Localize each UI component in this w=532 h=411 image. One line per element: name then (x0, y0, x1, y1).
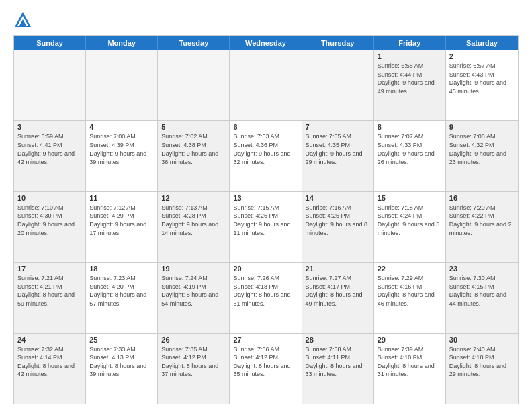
logo-icon (13, 11, 32, 30)
day-info: Sunrise: 6:57 AM Sunset: 4:43 PM Dayligh… (449, 62, 515, 95)
day-number: 10 (17, 194, 82, 202)
weekday-header-sunday: Sunday (14, 36, 86, 50)
day-info: Sunrise: 7:10 AM Sunset: 4:30 PM Dayligh… (17, 203, 82, 237)
day-info: Sunrise: 7:40 AM Sunset: 4:10 PM Dayligh… (449, 345, 515, 379)
calendar-body: 1Sunrise: 6:55 AM Sunset: 4:44 PM Daylig… (14, 50, 518, 404)
day-info: Sunrise: 7:23 AM Sunset: 4:20 PM Dayligh… (89, 274, 154, 308)
calendar-cell-13: 13Sunrise: 7:15 AM Sunset: 4:26 PM Dayli… (230, 192, 302, 262)
day-number: 2 (449, 52, 515, 60)
day-number: 11 (89, 194, 154, 202)
calendar-cell-18: 18Sunrise: 7:23 AM Sunset: 4:20 PM Dayli… (86, 263, 158, 332)
day-number: 6 (233, 123, 298, 131)
weekday-header-tuesday: Tuesday (158, 36, 230, 50)
day-number: 16 (449, 194, 515, 202)
calendar-cell-empty-0-4 (302, 50, 374, 120)
day-info: Sunrise: 7:13 AM Sunset: 4:28 PM Dayligh… (161, 203, 226, 237)
day-number: 20 (233, 265, 298, 273)
calendar-row-4: 24Sunrise: 7:32 AM Sunset: 4:14 PM Dayli… (14, 334, 518, 404)
calendar-cell-17: 17Sunrise: 7:21 AM Sunset: 4:21 PM Dayli… (14, 263, 86, 332)
day-info: Sunrise: 7:05 AM Sunset: 4:35 PM Dayligh… (306, 132, 370, 166)
calendar-row-2: 10Sunrise: 7:10 AM Sunset: 4:30 PM Dayli… (14, 192, 518, 263)
day-number: 13 (233, 194, 298, 202)
calendar-cell-empty-0-2 (158, 50, 230, 120)
calendar-cell-7: 7Sunrise: 7:05 AM Sunset: 4:35 PM Daylig… (302, 121, 374, 191)
calendar-cell-25: 25Sunrise: 7:33 AM Sunset: 4:13 PM Dayli… (86, 334, 158, 404)
calendar-cell-11: 11Sunrise: 7:12 AM Sunset: 4:29 PM Dayli… (86, 192, 158, 262)
day-info: Sunrise: 7:18 AM Sunset: 4:24 PM Dayligh… (378, 203, 442, 237)
day-number: 7 (306, 123, 370, 131)
calendar-cell-16: 16Sunrise: 7:20 AM Sunset: 4:22 PM Dayli… (446, 192, 518, 262)
day-info: Sunrise: 7:15 AM Sunset: 4:26 PM Dayligh… (233, 203, 298, 237)
day-info: Sunrise: 7:38 AM Sunset: 4:11 PM Dayligh… (306, 345, 370, 379)
day-number: 5 (161, 123, 226, 131)
day-number: 27 (233, 336, 298, 344)
calendar-cell-2: 2Sunrise: 6:57 AM Sunset: 4:43 PM Daylig… (446, 50, 518, 120)
day-info: Sunrise: 6:55 AM Sunset: 4:44 PM Dayligh… (378, 62, 442, 95)
calendar-cell-1: 1Sunrise: 6:55 AM Sunset: 4:44 PM Daylig… (374, 50, 446, 120)
calendar-cell-empty-0-0 (14, 50, 86, 120)
day-info: Sunrise: 6:59 AM Sunset: 4:41 PM Dayligh… (17, 132, 82, 166)
day-info: Sunrise: 7:03 AM Sunset: 4:36 PM Dayligh… (233, 132, 298, 166)
logo (13, 11, 35, 30)
calendar-cell-28: 28Sunrise: 7:38 AM Sunset: 4:11 PM Dayli… (302, 334, 374, 404)
day-number: 12 (161, 194, 226, 202)
calendar-row-0: 1Sunrise: 6:55 AM Sunset: 4:44 PM Daylig… (14, 50, 518, 121)
day-info: Sunrise: 7:21 AM Sunset: 4:21 PM Dayligh… (17, 274, 82, 308)
day-number: 26 (161, 336, 226, 344)
day-info: Sunrise: 7:36 AM Sunset: 4:12 PM Dayligh… (233, 345, 298, 379)
day-info: Sunrise: 7:27 AM Sunset: 4:17 PM Dayligh… (306, 274, 370, 308)
day-info: Sunrise: 7:33 AM Sunset: 4:13 PM Dayligh… (89, 345, 154, 379)
day-info: Sunrise: 7:08 AM Sunset: 4:32 PM Dayligh… (449, 132, 515, 166)
day-number: 29 (378, 336, 442, 344)
day-info: Sunrise: 7:16 AM Sunset: 4:25 PM Dayligh… (306, 203, 370, 237)
day-number: 4 (89, 123, 154, 131)
day-number: 23 (449, 265, 515, 273)
day-info: Sunrise: 7:00 AM Sunset: 4:39 PM Dayligh… (89, 132, 154, 166)
day-number: 15 (378, 194, 442, 202)
calendar-cell-24: 24Sunrise: 7:32 AM Sunset: 4:14 PM Dayli… (14, 334, 86, 404)
calendar-cell-12: 12Sunrise: 7:13 AM Sunset: 4:28 PM Dayli… (158, 192, 230, 262)
day-number: 22 (378, 265, 442, 273)
day-number: 8 (378, 123, 442, 131)
day-number: 21 (306, 265, 370, 273)
day-number: 28 (306, 336, 370, 344)
weekday-header-wednesday: Wednesday (230, 36, 302, 50)
calendar-cell-14: 14Sunrise: 7:16 AM Sunset: 4:25 PM Dayli… (302, 192, 374, 262)
calendar-cell-23: 23Sunrise: 7:30 AM Sunset: 4:15 PM Dayli… (446, 263, 518, 332)
calendar-cell-27: 27Sunrise: 7:36 AM Sunset: 4:12 PM Dayli… (230, 334, 302, 404)
calendar-row-1: 3Sunrise: 6:59 AM Sunset: 4:41 PM Daylig… (14, 121, 518, 191)
weekday-header-saturday: Saturday (446, 36, 518, 50)
day-number: 30 (449, 336, 515, 344)
day-info: Sunrise: 7:12 AM Sunset: 4:29 PM Dayligh… (89, 203, 154, 237)
calendar-cell-30: 30Sunrise: 7:40 AM Sunset: 4:10 PM Dayli… (446, 334, 518, 404)
calendar-cell-empty-0-3 (230, 50, 302, 120)
calendar-row-3: 17Sunrise: 7:21 AM Sunset: 4:21 PM Dayli… (14, 263, 518, 333)
day-info: Sunrise: 7:07 AM Sunset: 4:33 PM Dayligh… (378, 132, 442, 166)
calendar-cell-4: 4Sunrise: 7:00 AM Sunset: 4:39 PM Daylig… (86, 121, 158, 191)
calendar: SundayMondayTuesdayWednesdayThursdayFrid… (13, 35, 519, 404)
calendar-cell-5: 5Sunrise: 7:02 AM Sunset: 4:38 PM Daylig… (158, 121, 230, 191)
day-number: 25 (89, 336, 154, 344)
day-info: Sunrise: 7:32 AM Sunset: 4:14 PM Dayligh… (17, 345, 82, 379)
calendar-cell-21: 21Sunrise: 7:27 AM Sunset: 4:17 PM Dayli… (302, 263, 374, 332)
day-info: Sunrise: 7:26 AM Sunset: 4:18 PM Dayligh… (233, 274, 298, 308)
calendar-cell-15: 15Sunrise: 7:18 AM Sunset: 4:24 PM Dayli… (374, 192, 446, 262)
day-number: 1 (378, 52, 442, 60)
day-info: Sunrise: 7:35 AM Sunset: 4:12 PM Dayligh… (161, 345, 226, 379)
weekday-header-monday: Monday (86, 36, 158, 50)
calendar-cell-3: 3Sunrise: 6:59 AM Sunset: 4:41 PM Daylig… (14, 121, 86, 191)
page: SundayMondayTuesdayWednesdayThursdayFrid… (0, 0, 532, 411)
day-number: 17 (17, 265, 82, 273)
calendar-cell-6: 6Sunrise: 7:03 AM Sunset: 4:36 PM Daylig… (230, 121, 302, 191)
calendar-cell-empty-0-1 (86, 50, 158, 120)
weekday-header-thursday: Thursday (302, 36, 374, 50)
day-info: Sunrise: 7:29 AM Sunset: 4:16 PM Dayligh… (378, 274, 442, 308)
day-number: 9 (449, 123, 515, 131)
day-info: Sunrise: 7:02 AM Sunset: 4:38 PM Dayligh… (161, 132, 226, 166)
calendar-cell-8: 8Sunrise: 7:07 AM Sunset: 4:33 PM Daylig… (374, 121, 446, 191)
day-info: Sunrise: 7:39 AM Sunset: 4:10 PM Dayligh… (378, 345, 442, 379)
day-number: 14 (306, 194, 370, 202)
day-number: 18 (89, 265, 154, 273)
calendar-cell-20: 20Sunrise: 7:26 AM Sunset: 4:18 PM Dayli… (230, 263, 302, 332)
calendar-cell-29: 29Sunrise: 7:39 AM Sunset: 4:10 PM Dayli… (374, 334, 446, 404)
